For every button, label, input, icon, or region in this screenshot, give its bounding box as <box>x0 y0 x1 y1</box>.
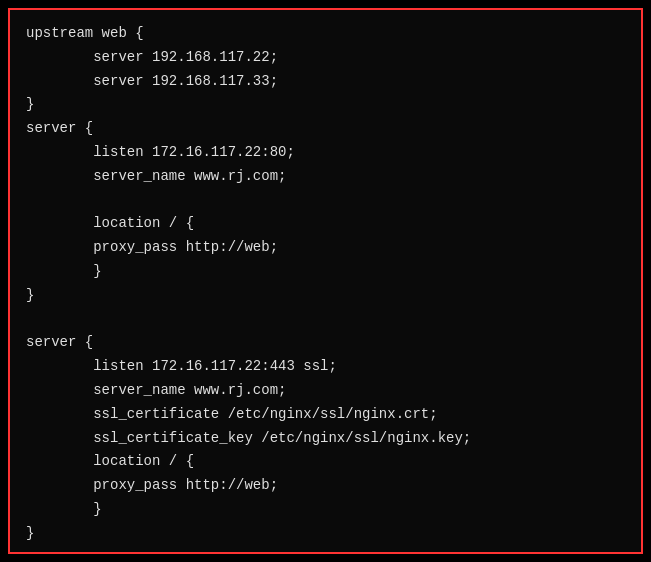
code-content: upstream web { server 192.168.117.22; se… <box>26 22 625 546</box>
code-editor: upstream web { server 192.168.117.22; se… <box>8 8 643 554</box>
